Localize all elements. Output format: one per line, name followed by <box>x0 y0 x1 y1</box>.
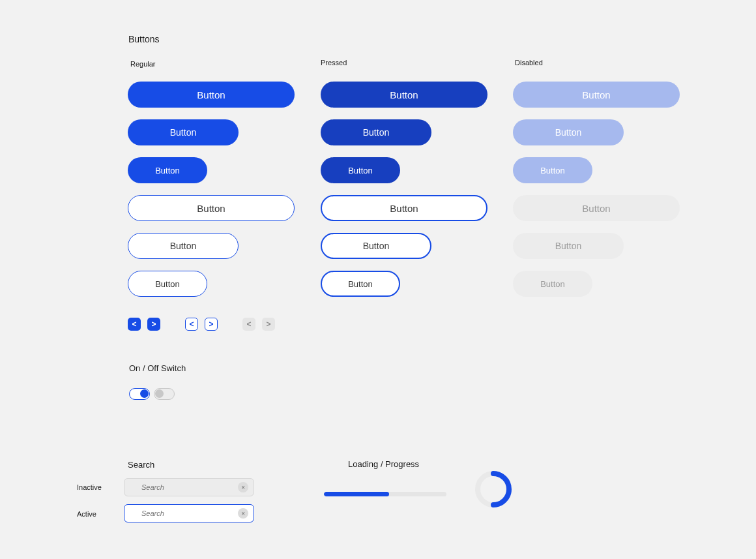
arrow-prev-outlined[interactable]: < <box>185 318 198 331</box>
disabled-filled-button-medium: Button <box>513 119 624 145</box>
column-header-pressed: Pressed <box>321 59 347 67</box>
switch-knob <box>140 389 149 398</box>
regular-filled-button-medium[interactable]: Button <box>128 119 239 145</box>
search-active-label: Active <box>77 510 96 518</box>
chevron-right-icon: > <box>266 320 270 329</box>
search-input[interactable] <box>141 509 238 517</box>
chevron-left-icon: < <box>189 320 194 329</box>
pressed-outlined-button-large[interactable]: Button <box>321 195 487 221</box>
switch-section-title: On / Off Switch <box>129 363 186 373</box>
disabled-outlined-button-medium: Button <box>513 233 624 259</box>
disabled-outlined-button-small: Button <box>513 271 592 297</box>
close-icon[interactable]: × <box>238 482 248 492</box>
regular-filled-button-small[interactable]: Button <box>128 157 207 183</box>
buttons-section-title: Buttons <box>128 34 159 44</box>
search-input-inactive[interactable]: × <box>124 478 254 496</box>
search-input[interactable] <box>141 483 238 491</box>
regular-outlined-button-small[interactable]: Button <box>128 271 207 297</box>
column-header-disabled: Disabled <box>515 59 543 67</box>
pressed-outlined-button-small[interactable]: Button <box>321 271 400 297</box>
pressed-filled-button-large[interactable]: Button <box>321 82 487 108</box>
loading-spinner-icon <box>472 468 514 510</box>
chevron-left-icon: < <box>246 320 251 329</box>
disabled-filled-button-large: Button <box>513 82 680 108</box>
pressed-filled-button-small[interactable]: Button <box>321 157 400 183</box>
arrow-next-outlined[interactable]: > <box>205 318 218 331</box>
regular-outlined-button-medium[interactable]: Button <box>128 233 239 259</box>
close-icon[interactable]: × <box>238 508 248 519</box>
progress-bar-fill <box>324 492 389 496</box>
regular-filled-button-large[interactable]: Button <box>128 82 295 108</box>
arrow-prev-disabled: < <box>242 318 255 331</box>
search-inactive-label: Inactive <box>77 483 102 491</box>
disabled-outlined-button-large: Button <box>513 195 680 221</box>
toggle-switch-on[interactable] <box>129 388 150 400</box>
regular-outlined-button-large[interactable]: Button <box>128 195 295 221</box>
chevron-left-icon: < <box>132 320 136 329</box>
pressed-outlined-button-medium[interactable]: Button <box>321 233 431 259</box>
column-header-regular: Regular <box>130 60 156 68</box>
loading-section-title: Loading / Progress <box>348 459 419 469</box>
search-section-title: Search <box>128 460 154 470</box>
arrow-next-filled[interactable]: > <box>147 318 160 331</box>
arrow-prev-filled[interactable]: < <box>128 318 141 331</box>
toggle-switch-off[interactable] <box>154 388 175 400</box>
disabled-filled-button-small: Button <box>513 157 592 183</box>
search-input-active[interactable]: × <box>124 504 254 522</box>
switch-knob <box>155 389 164 398</box>
pressed-filled-button-medium[interactable]: Button <box>321 119 431 145</box>
chevron-right-icon: > <box>209 320 213 329</box>
progress-bar <box>324 492 446 496</box>
arrow-next-disabled: > <box>262 318 275 331</box>
chevron-right-icon: > <box>151 320 156 329</box>
